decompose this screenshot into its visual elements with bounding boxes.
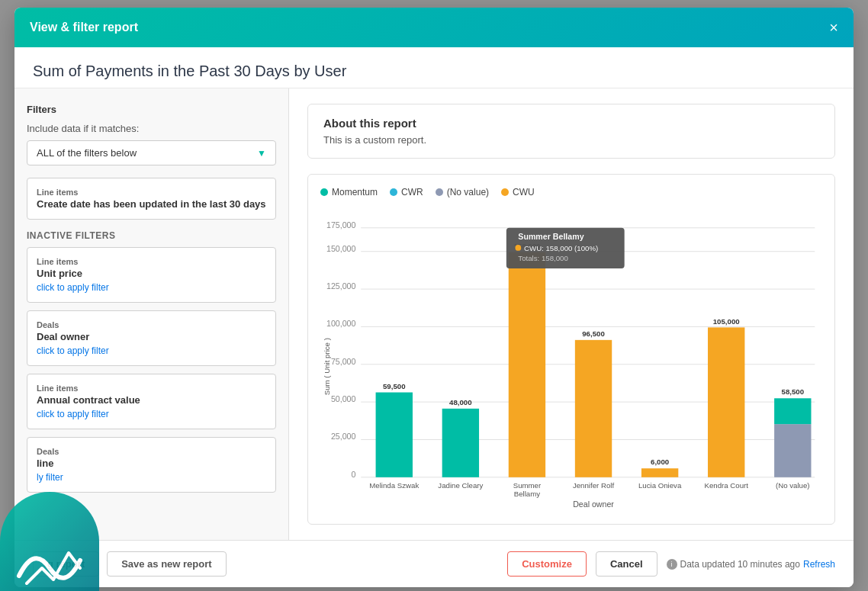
- svg-point-35: [515, 245, 521, 251]
- svg-text:100,000: 100,000: [326, 319, 355, 328]
- bar-lucia[interactable]: [641, 468, 678, 477]
- filters-sidebar: Filters Include data if it matches: ALL …: [14, 88, 289, 540]
- filter-name: Create date has been updated in the last…: [37, 198, 266, 210]
- legend-label-novalue: (No value): [447, 187, 489, 198]
- svg-text:Kendra Court: Kendra Court: [704, 481, 748, 490]
- legend-dot-cwr: [390, 188, 397, 196]
- modal-footer: g report Save as new report Customize Ca…: [14, 540, 854, 587]
- svg-text:6,000: 6,000: [651, 458, 669, 466]
- data-updated-info: i Data updated 10 minutes ago Refresh: [667, 559, 835, 570]
- report-title: Sum of Payments in the Past 30 Days by U…: [14, 47, 854, 88]
- svg-text:48,000: 48,000: [449, 398, 472, 406]
- legend-label-cwr: CWR: [401, 187, 423, 198]
- bar-chart: 0 25,000 50,000 75,000 100,000 125,000 1…: [320, 207, 822, 512]
- apply-filter-link-2[interactable]: click to apply filter: [37, 345, 109, 356]
- legend-dot-momentum: [320, 188, 328, 196]
- about-report-box: About this report This is a custom repor…: [307, 104, 835, 159]
- svg-text:59,500: 59,500: [383, 382, 406, 390]
- modal-content: Filters Include data if it matches: ALL …: [14, 88, 854, 540]
- svg-text:Summer: Summer: [513, 481, 542, 490]
- apply-filter-link-4[interactable]: ly filter: [37, 472, 63, 483]
- info-icon: i: [667, 559, 677, 570]
- data-updated-text: Data updated 10 minutes ago: [680, 559, 800, 570]
- bar-jennifer[interactable]: [575, 340, 612, 477]
- inactive-filter-unit-price: Line items Unit price click to apply fil…: [27, 247, 276, 303]
- filter-category: Line items: [37, 188, 266, 197]
- chart-legend: Momentum CWR (No value) CWU: [320, 187, 822, 198]
- filter-match-dropdown[interactable]: ALL of the filters below ▼: [27, 140, 276, 165]
- filter-name-4: line: [37, 458, 266, 469]
- cancel-button[interactable]: Cancel: [596, 551, 657, 577]
- watermark-icon: [11, 530, 88, 591]
- filter-name-2: Deal owner: [37, 331, 266, 342]
- filter-cat-3: Line items: [37, 384, 266, 393]
- filter-name-1: Unit price: [37, 268, 266, 279]
- inactive-filter-acv: Line items Annual contract value click t…: [27, 374, 276, 429]
- svg-text:Totals:    158,000: Totals: 158,000: [518, 254, 568, 262]
- legend-label-momentum: Momentum: [332, 187, 378, 198]
- filter-cat-2: Deals: [37, 320, 266, 329]
- inactive-filter-partial: Deals line ly filter: [27, 437, 276, 493]
- legend-novalue: (No value): [436, 187, 489, 198]
- inactive-filters-title: Inactive filters: [27, 230, 276, 241]
- include-label: Include data if it matches:: [27, 123, 276, 134]
- modal-title: View & filter report: [30, 21, 138, 34]
- legend-cwr: CWR: [390, 187, 423, 198]
- svg-text:Sum ( Unit price ): Sum ( Unit price ): [323, 338, 331, 395]
- bar-novalue-teal[interactable]: [774, 398, 811, 424]
- svg-text:Lucia Onieva: Lucia Onieva: [638, 481, 682, 490]
- filter-cat-4: Deals: [37, 447, 266, 456]
- apply-filter-link-1[interactable]: click to apply filter: [37, 282, 109, 293]
- svg-text:Jennifer Rolf: Jennifer Rolf: [573, 481, 615, 490]
- watermark: [0, 492, 99, 591]
- modal-close-button[interactable]: ×: [829, 20, 838, 35]
- svg-text:75,000: 75,000: [331, 357, 356, 366]
- svg-text:25,000: 25,000: [331, 432, 356, 441]
- svg-text:Melinda Szwak: Melinda Szwak: [369, 481, 419, 490]
- modal-header: View & filter report ×: [14, 8, 854, 47]
- dropdown-value: ALL of the filters below: [37, 147, 137, 159]
- about-report-text: This is a custom report.: [323, 134, 819, 146]
- svg-text:0: 0: [352, 470, 356, 479]
- svg-text:50,000: 50,000: [331, 394, 356, 403]
- chart-wrapper: 0 25,000 50,000 75,000 100,000 125,000 1…: [320, 207, 822, 512]
- filter-name-3: Annual contract value: [37, 394, 266, 406]
- save-new-report-button[interactable]: Save as new report: [107, 551, 227, 577]
- legend-dot-novalue: [436, 188, 443, 196]
- bar-novalue-purple[interactable]: [774, 424, 811, 477]
- filter-cat-1: Line items: [37, 257, 266, 266]
- chart-area: Momentum CWR (No value) CWU: [307, 174, 835, 525]
- svg-text:150,000: 150,000: [326, 244, 355, 253]
- active-filter-card: Line items Create date has been updated …: [27, 178, 276, 220]
- svg-text:Bellamy: Bellamy: [514, 490, 541, 498]
- svg-text:175,000: 175,000: [326, 220, 355, 230]
- chevron-down-icon: ▼: [257, 148, 266, 159]
- svg-text:Jadine Cleary: Jadine Cleary: [438, 481, 483, 490]
- inactive-filter-deal-owner: Deals Deal owner click to apply filter: [27, 310, 276, 366]
- filters-title: Filters: [27, 104, 276, 115]
- bar-summer[interactable]: [509, 252, 545, 477]
- svg-text:105,000: 105,000: [713, 317, 740, 326]
- svg-text:58,500: 58,500: [782, 387, 805, 396]
- bar-jadine[interactable]: [442, 409, 479, 477]
- refresh-link[interactable]: Refresh: [803, 559, 835, 570]
- footer-right: Customize Cancel i Data updated 10 minut…: [507, 551, 835, 577]
- svg-text:Summer Bellamy: Summer Bellamy: [518, 232, 583, 241]
- bar-melinda[interactable]: [376, 393, 413, 477]
- apply-filter-link-3[interactable]: click to apply filter: [37, 409, 109, 419]
- svg-text:CWU: 158,000 (100%): CWU: 158,000 (100%): [524, 244, 598, 252]
- svg-text:Deal owner: Deal owner: [573, 499, 614, 509]
- svg-text:(No value): (No value): [776, 481, 810, 490]
- svg-text:96,500: 96,500: [582, 329, 605, 338]
- modal-container: View & filter report × Sum of Payments i…: [14, 8, 854, 587]
- legend-dot-cwu: [501, 188, 509, 196]
- legend-momentum: Momentum: [320, 187, 378, 198]
- bar-kendra[interactable]: [708, 327, 744, 477]
- legend-cwu: CWU: [501, 187, 535, 198]
- legend-label-cwu: CWU: [513, 187, 535, 198]
- about-report-title: About this report: [323, 117, 819, 130]
- main-panel: About this report This is a custom repor…: [289, 88, 854, 540]
- filter-desc: has been updated in the last 30 days: [93, 198, 265, 210]
- svg-text:125,000: 125,000: [326, 281, 355, 291]
- customize-button[interactable]: Customize: [507, 551, 587, 577]
